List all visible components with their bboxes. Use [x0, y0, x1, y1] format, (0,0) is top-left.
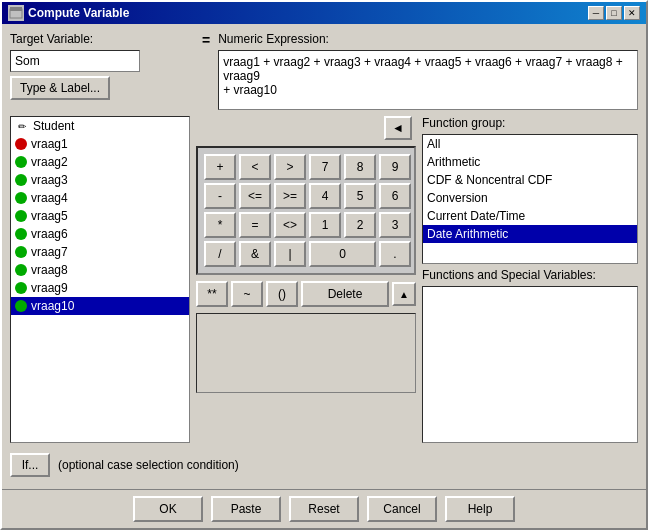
cancel-button[interactable]: Cancel — [367, 496, 437, 522]
divide-key[interactable]: / — [204, 241, 236, 267]
or-key[interactable]: | — [274, 241, 306, 267]
delete-key[interactable]: Delete — [301, 281, 389, 307]
help-button[interactable]: Help — [445, 496, 515, 522]
list-item[interactable]: vraag1 — [11, 135, 189, 153]
up-arrow-button[interactable]: ▲ — [392, 282, 416, 306]
nine-key[interactable]: 9 — [379, 154, 411, 180]
close-button[interactable]: ✕ — [624, 6, 640, 20]
target-variable-label: Target Variable: — [10, 32, 190, 46]
fg-item-all[interactable]: All — [423, 135, 637, 153]
variable-icon-green — [15, 264, 27, 276]
window-icon — [8, 5, 24, 21]
list-item[interactable]: vraag2 — [11, 153, 189, 171]
paste-button[interactable]: Paste — [211, 496, 281, 522]
list-item[interactable]: vraag8 — [11, 261, 189, 279]
numeric-expression-label: Numeric Expression: — [218, 32, 638, 46]
content-area: Target Variable: Type & Label... = Numer… — [2, 24, 646, 489]
insert-arrow-button[interactable]: ◄ — [384, 116, 412, 140]
ne-key[interactable]: <> — [274, 212, 306, 238]
plus-key[interactable]: + — [204, 154, 236, 180]
variable-list[interactable]: ✏ Student vraag1 vraag2 vraag3 — [10, 116, 190, 443]
target-input-row — [10, 50, 190, 72]
variable-icon-green — [15, 300, 27, 312]
window-title: Compute Variable — [28, 6, 129, 20]
left-panel: ✏ Student vraag1 vraag2 vraag3 — [10, 116, 190, 443]
equals-key[interactable]: = — [239, 212, 271, 238]
variable-icon-green — [15, 156, 27, 168]
function-group-label: Function group: — [422, 116, 638, 130]
if-button[interactable]: If... — [10, 453, 50, 477]
ok-button[interactable]: OK — [133, 496, 203, 522]
tilde-key[interactable]: ~ — [231, 281, 263, 307]
functions-label: Functions and Special Variables: — [422, 268, 638, 282]
two-key[interactable]: 2 — [344, 212, 376, 238]
top-row: Target Variable: Type & Label... = Numer… — [10, 32, 638, 110]
right-panel: Function group: All Arithmetic CDF & Non… — [422, 116, 638, 443]
seven-key[interactable]: 7 — [309, 154, 341, 180]
fg-item-cdf[interactable]: CDF & Noncentral CDF — [423, 171, 637, 189]
optional-text: (optional case selection condition) — [58, 458, 239, 472]
center-panel: ◄ + < > 7 8 9 - <= >= 4 5 6 — [196, 116, 416, 443]
variable-icon-green — [15, 192, 27, 204]
list-item[interactable]: vraag6 — [11, 225, 189, 243]
lte-key[interactable]: <= — [239, 183, 271, 209]
minus-key[interactable]: - — [204, 183, 236, 209]
functions-list[interactable] — [422, 286, 638, 443]
title-controls: ─ □ ✕ — [588, 6, 640, 20]
parens-key[interactable]: () — [266, 281, 298, 307]
target-variable-input[interactable] — [10, 50, 140, 72]
power-key[interactable]: ** — [196, 281, 228, 307]
list-item-selected[interactable]: vraag10 — [11, 297, 189, 315]
maximize-button[interactable]: □ — [606, 6, 622, 20]
multiply-key[interactable]: * — [204, 212, 236, 238]
greater-key[interactable]: > — [274, 154, 306, 180]
eight-key[interactable]: 8 — [344, 154, 376, 180]
four-key[interactable]: 4 — [309, 183, 341, 209]
target-variable-section: Target Variable: Type & Label... — [10, 32, 190, 100]
less-key[interactable]: < — [239, 154, 271, 180]
list-item[interactable]: ✏ Student — [11, 117, 189, 135]
three-key[interactable]: 3 — [379, 212, 411, 238]
variable-icon-red — [15, 138, 27, 150]
svg-rect-1 — [10, 7, 22, 11]
expression-help-area — [196, 313, 416, 393]
function-group-container: All Arithmetic CDF & Noncentral CDF Conv… — [422, 134, 638, 264]
one-key[interactable]: 1 — [309, 212, 341, 238]
five-key[interactable]: 5 — [344, 183, 376, 209]
dot-key[interactable]: . — [379, 241, 411, 267]
keypad-bottom-row: ** ~ () Delete ▲ — [196, 281, 416, 307]
variable-icon-green — [15, 210, 27, 222]
list-item[interactable]: vraag9 — [11, 279, 189, 297]
fg-item-arithmetic[interactable]: Arithmetic — [423, 153, 637, 171]
minimize-button[interactable]: ─ — [588, 6, 604, 20]
title-bar: Compute Variable ─ □ ✕ — [2, 2, 646, 24]
gte-key[interactable]: >= — [274, 183, 306, 209]
pencil-icon: ✏ — [15, 119, 29, 133]
variable-icon-green — [15, 246, 27, 258]
compute-variable-window: Compute Variable ─ □ ✕ Target Variable: … — [0, 0, 648, 530]
numeric-expression-section: Numeric Expression: vraag1 + vraag2 + vr… — [218, 32, 638, 110]
bottom-row: If... (optional case selection condition… — [10, 449, 638, 481]
list-item[interactable]: vraag4 — [11, 189, 189, 207]
title-bar-left: Compute Variable — [8, 5, 129, 21]
list-item[interactable]: vraag5 — [11, 207, 189, 225]
fg-item-date-arithmetic[interactable]: Date Arithmetic — [423, 225, 637, 243]
list-item[interactable]: vraag7 — [11, 243, 189, 261]
function-group-list[interactable]: All Arithmetic CDF & Noncentral CDF Conv… — [423, 135, 637, 263]
fg-item-conversion[interactable]: Conversion — [423, 189, 637, 207]
equals-sign: = — [202, 32, 210, 48]
numeric-expression-input[interactable]: vraag1 + vraag2 + vraag3 + vraag4 + vraa… — [218, 50, 638, 110]
main-row: ✏ Student vraag1 vraag2 vraag3 — [10, 116, 638, 443]
fg-item-current-date[interactable]: Current Date/Time — [423, 207, 637, 225]
variable-icon-green — [15, 174, 27, 186]
keypad: + < > 7 8 9 - <= >= 4 5 6 * = <> — [196, 146, 416, 275]
list-item[interactable]: vraag3 — [11, 171, 189, 189]
variable-icon-green — [15, 228, 27, 240]
and-key[interactable]: & — [239, 241, 271, 267]
reset-button[interactable]: Reset — [289, 496, 359, 522]
six-key[interactable]: 6 — [379, 183, 411, 209]
zero-key[interactable]: 0 — [309, 241, 376, 267]
arrow-row: ◄ — [196, 116, 416, 140]
type-label-button[interactable]: Type & Label... — [10, 76, 110, 100]
footer: OK Paste Reset Cancel Help — [2, 489, 646, 528]
